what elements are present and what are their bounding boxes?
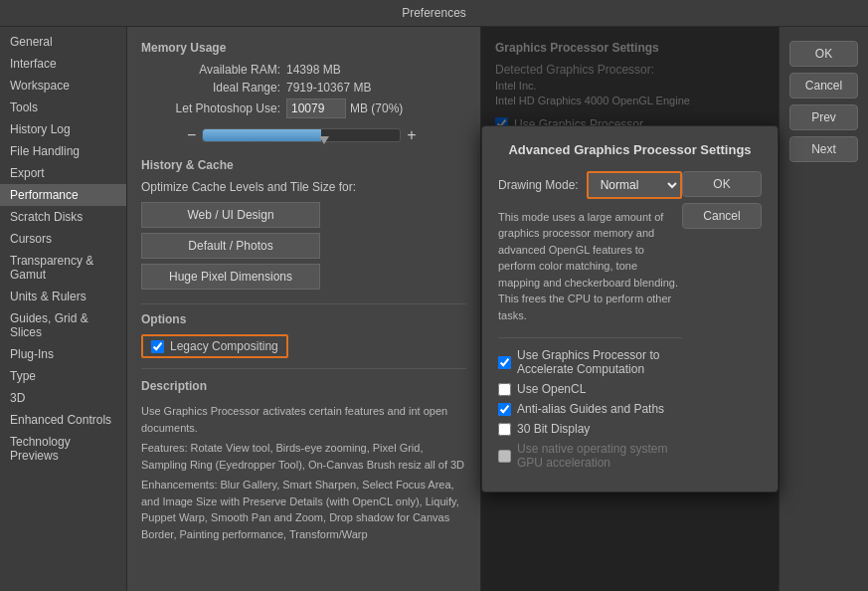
web-ui-design-btn[interactable]: Web / UI Design xyxy=(141,202,320,228)
description-text2: Features: Rotate View tool, Birds-eye zo… xyxy=(141,440,466,473)
modal-ok-btn[interactable]: OK xyxy=(682,171,762,197)
anti-alias-row: Anti-alias Guides and Paths xyxy=(498,402,682,416)
history-cache-section: History & Cache Optimize Cache Levels an… xyxy=(141,158,466,290)
description-text3: Enhancements: Blur Gallery, Smart Sharpe… xyxy=(141,477,466,542)
options-section: Options Legacy Compositing xyxy=(141,303,466,358)
available-ram-row: Available RAM: 14398 MB xyxy=(141,63,466,77)
memory-slider-track[interactable] xyxy=(202,128,401,142)
legacy-border: Legacy Compositing xyxy=(141,334,288,358)
sidebar-item-file-handling[interactable]: File Handling xyxy=(0,140,126,162)
use-opencl-label: Use OpenCL xyxy=(517,382,586,396)
native-gpu-checkbox xyxy=(498,450,511,463)
modal-cancel-btn[interactable]: Cancel xyxy=(682,203,762,229)
options-divider xyxy=(141,303,466,304)
drawing-mode-label: Drawing Mode: xyxy=(498,178,579,192)
sidebar-item-tools[interactable]: Tools xyxy=(0,97,126,118)
ideal-range-value: 7919-10367 MB xyxy=(286,81,371,95)
history-cache-title: History & Cache xyxy=(141,158,466,172)
title-bar: Preferences xyxy=(0,0,868,27)
optimize-label: Optimize Cache Levels and Tile Size for: xyxy=(141,180,466,194)
default-photos-btn[interactable]: Default / Photos xyxy=(141,233,320,259)
native-gpu-row: Use native operating system GPU accelera… xyxy=(498,442,682,470)
30-bit-label: 30 Bit Display xyxy=(517,422,590,436)
slider-fill xyxy=(203,129,321,141)
sidebar-item-interface[interactable]: Interface xyxy=(0,53,126,75)
ideal-range-row: Ideal Range: 7919-10367 MB xyxy=(141,81,466,95)
modal-title: Advanced Graphics Processor Settings xyxy=(498,142,762,157)
prev-button[interactable]: Prev xyxy=(789,104,858,130)
sidebar-item-technology-previews[interactable]: Technology Previews xyxy=(0,431,126,467)
drawing-mode-row: Drawing Mode: Basic Normal Advanced xyxy=(498,171,682,199)
sidebar-item-general[interactable]: General xyxy=(0,31,126,53)
cancel-button[interactable]: Cancel xyxy=(789,73,858,98)
slider-minus-btn[interactable]: − xyxy=(181,126,202,144)
modal-right: OK Cancel xyxy=(682,171,762,477)
use-opencl-row: Use OpenCL xyxy=(498,382,682,396)
huge-pixel-btn[interactable]: Huge Pixel Dimensions xyxy=(141,264,320,290)
desc-divider xyxy=(141,368,466,369)
30-bit-row: 30 Bit Display xyxy=(498,422,682,436)
accel-computation-checkbox[interactable] xyxy=(498,356,511,369)
sidebar-item-3d[interactable]: 3D xyxy=(0,387,126,409)
modal-divider xyxy=(498,337,682,338)
advanced-modal: Advanced Graphics Processor Settings Dra… xyxy=(481,125,779,493)
30-bit-checkbox[interactable] xyxy=(498,423,511,436)
ok-button[interactable]: OK xyxy=(789,41,858,67)
anti-alias-label: Anti-alias Guides and Paths xyxy=(517,402,664,416)
legacy-compositing-row: Legacy Compositing xyxy=(141,334,466,358)
sidebar-item-cursors[interactable]: Cursors xyxy=(0,228,126,250)
sidebar-item-enhanced-controls[interactable]: Enhanced Controls xyxy=(0,409,126,431)
legacy-compositing-checkbox[interactable] xyxy=(151,340,164,353)
sidebar-item-workspace[interactable]: Workspace xyxy=(0,75,126,97)
sidebar-item-guides-grid[interactable]: Guides, Grid & Slices xyxy=(0,307,126,343)
anti-alias-checkbox[interactable] xyxy=(498,403,511,416)
window-title: Preferences xyxy=(402,6,466,20)
photoshop-unit: MB (70%) xyxy=(350,101,403,115)
sidebar-item-performance[interactable]: Performance xyxy=(0,184,126,206)
drawing-mode-select[interactable]: Basic Normal Advanced xyxy=(587,171,682,199)
sidebar-item-units-rulers[interactable]: Units & Rulers xyxy=(0,286,126,307)
sidebar-item-history-log[interactable]: History Log xyxy=(0,118,126,140)
modal-overlay: Advanced Graphics Processor Settings Dra… xyxy=(481,27,779,591)
ideal-range-label: Ideal Range: xyxy=(141,81,280,95)
memory-slider-container: − + xyxy=(181,126,466,144)
next-button[interactable]: Next xyxy=(789,136,858,162)
accel-computation-label: Use Graphics Processor to Accelerate Com… xyxy=(517,348,682,376)
sidebar-item-plug-ins[interactable]: Plug-Ins xyxy=(0,343,126,365)
content-area: Memory Usage Available RAM: 14398 MB Ide… xyxy=(127,27,480,591)
description-title: Description xyxy=(141,377,466,395)
modal-content-row: Drawing Mode: Basic Normal Advanced This… xyxy=(498,171,762,477)
memory-usage-title: Memory Usage xyxy=(141,41,466,55)
available-ram-label: Available RAM: xyxy=(141,63,280,77)
accel-computation-row: Use Graphics Processor to Accelerate Com… xyxy=(498,348,682,376)
let-photoshop-row: Let Photoshop Use: MB (70%) xyxy=(141,98,466,118)
right-panel: Graphics Processor Settings Detected Gra… xyxy=(480,27,779,591)
sidebar-item-export[interactable]: Export xyxy=(0,162,126,184)
native-gpu-label: Use native operating system GPU accelera… xyxy=(517,442,682,470)
main-container: General Interface Workspace Tools Histor… xyxy=(0,27,868,591)
slider-plus-btn[interactable]: + xyxy=(401,126,422,144)
mode-description: This mode uses a large amount of graphic… xyxy=(498,209,682,324)
memory-usage-section: Memory Usage Available RAM: 14398 MB Ide… xyxy=(141,41,466,144)
legacy-compositing-label: Legacy Compositing xyxy=(170,339,278,353)
options-title: Options xyxy=(141,312,466,326)
description-section: Description Use Graphics Processor activ… xyxy=(141,368,466,542)
available-ram-value: 14398 MB xyxy=(286,63,341,77)
sidebar-item-transparency[interactable]: Transparency & Gamut xyxy=(0,250,126,286)
modal-left: Drawing Mode: Basic Normal Advanced This… xyxy=(498,171,682,477)
use-opencl-checkbox[interactable] xyxy=(498,383,511,396)
sidebar-item-type[interactable]: Type xyxy=(0,365,126,387)
let-photoshop-label: Let Photoshop Use: xyxy=(141,101,280,115)
let-photoshop-input[interactable] xyxy=(286,98,346,118)
description-text1: Use Graphics Processor activates certain… xyxy=(141,403,466,436)
sidebar-item-scratch-disks[interactable]: Scratch Disks xyxy=(0,206,126,228)
slider-thumb xyxy=(319,136,329,146)
buttons-panel: OK Cancel Prev Next xyxy=(779,27,868,591)
sidebar: General Interface Workspace Tools Histor… xyxy=(0,27,127,591)
